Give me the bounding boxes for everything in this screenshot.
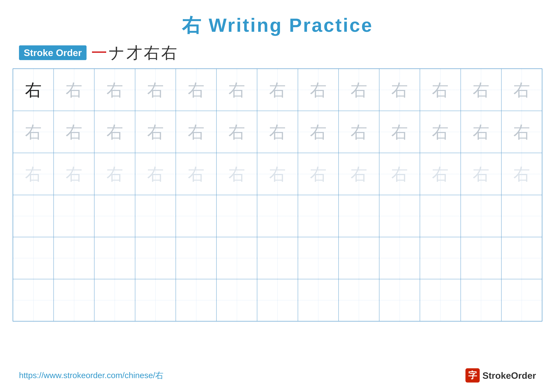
cell-character: 右 [66, 82, 82, 98]
grid-cell[interactable]: 右 [339, 111, 379, 153]
grid-cell[interactable]: 右 [461, 153, 501, 195]
grid-cell[interactable]: 右 [135, 153, 176, 195]
grid-cell[interactable]: 右 [420, 69, 460, 111]
grid-cell[interactable]: 右 [54, 153, 94, 195]
grid-cell[interactable] [379, 237, 420, 279]
grid-cell[interactable]: 右 [257, 153, 298, 195]
grid-cell[interactable] [135, 237, 176, 279]
cell-character: 右 [106, 82, 123, 98]
grid-cell[interactable] [379, 279, 420, 321]
grid-cell[interactable]: 右 [257, 69, 298, 111]
page-title: 右 Writing Practice [0, 0, 555, 45]
grid-cell[interactable]: 右 [461, 111, 501, 153]
grid-cell[interactable]: 右 [135, 111, 176, 153]
grid-cell[interactable] [176, 237, 216, 279]
grid-cell[interactable]: 右 [94, 69, 135, 111]
grid-cell[interactable]: 右 [257, 111, 298, 153]
grid-cell[interactable]: 右 [135, 69, 176, 111]
grid-cell[interactable] [420, 279, 460, 321]
stroke-5: 右 [161, 45, 177, 61]
grid-cell[interactable]: 右 [216, 111, 257, 153]
cell-character: 右 [391, 166, 408, 182]
grid-cell[interactable]: 右 [298, 69, 339, 111]
grid-cell[interactable] [216, 237, 257, 279]
grid-cell[interactable]: 右 [216, 69, 257, 111]
cell-character: 右 [513, 166, 530, 182]
grid-cell[interactable]: 右 [501, 69, 542, 111]
cell-character: 右 [351, 82, 367, 98]
grid-cell[interactable] [94, 195, 135, 237]
grid-cell[interactable]: 右 [216, 153, 257, 195]
grid-cell[interactable] [135, 195, 176, 237]
grid-cell[interactable]: 右 [379, 69, 420, 111]
grid-cell[interactable] [298, 237, 339, 279]
grid-cell[interactable]: 右 [298, 111, 339, 153]
grid-cell[interactable] [339, 279, 379, 321]
grid-cell[interactable]: 右 [420, 111, 460, 153]
grid-cell[interactable] [135, 279, 176, 321]
grid-cell[interactable] [257, 195, 298, 237]
grid-cell[interactable]: 右 [13, 111, 54, 153]
cell-character: 右 [310, 166, 327, 182]
cell-character: 右 [25, 124, 42, 140]
grid-cell[interactable]: 右 [13, 153, 54, 195]
grid-cell[interactable] [339, 195, 379, 237]
grid-cell[interactable]: 右 [339, 153, 379, 195]
grid-cell[interactable]: 右 [379, 153, 420, 195]
logo-icon: 字 [466, 368, 480, 383]
grid-cell[interactable] [420, 195, 460, 237]
grid-cell[interactable]: 右 [298, 153, 339, 195]
cell-character: 右 [228, 82, 245, 98]
grid-cell[interactable]: 右 [420, 153, 460, 195]
grid-cell[interactable] [54, 279, 94, 321]
grid-cell[interactable] [216, 279, 257, 321]
grid-cell[interactable]: 右 [501, 153, 542, 195]
grid-cell[interactable] [54, 195, 94, 237]
footer: https://www.strokeorder.com/chinese/右 字 … [0, 368, 555, 383]
stroke-sequence: 一 ナ 才 右 右 [91, 45, 177, 61]
grid-cell[interactable]: 右 [501, 111, 542, 153]
cell-character: 右 [106, 166, 123, 182]
cell-character: 右 [513, 82, 530, 98]
grid-cell[interactable] [176, 279, 216, 321]
grid-cell[interactable]: 右 [13, 69, 54, 111]
grid-cell[interactable] [339, 237, 379, 279]
cell-character: 右 [106, 124, 123, 140]
grid-cell[interactable]: 右 [379, 111, 420, 153]
grid-cell[interactable]: 右 [461, 69, 501, 111]
grid-cell[interactable] [501, 237, 542, 279]
grid-cell[interactable] [94, 237, 135, 279]
grid-cell[interactable] [13, 195, 54, 237]
grid-cell[interactable] [13, 237, 54, 279]
grid-cell[interactable] [176, 195, 216, 237]
grid-cell[interactable]: 右 [54, 69, 94, 111]
grid-cell[interactable] [420, 237, 460, 279]
grid-cell[interactable] [54, 237, 94, 279]
logo-text: StrokeOrder [482, 370, 536, 381]
stroke-4: 右 [144, 45, 160, 61]
grid-cell[interactable] [461, 279, 501, 321]
grid-cell[interactable] [13, 279, 54, 321]
grid-cell[interactable] [257, 279, 298, 321]
grid-cell[interactable] [461, 195, 501, 237]
grid-cell[interactable] [298, 279, 339, 321]
grid-cell[interactable]: 右 [94, 153, 135, 195]
grid-cell[interactable] [298, 195, 339, 237]
footer-url[interactable]: https://www.strokeorder.com/chinese/右 [19, 370, 163, 381]
grid-cell[interactable] [94, 279, 135, 321]
grid-cell[interactable] [257, 237, 298, 279]
stroke-order-badge: Stroke Order [19, 45, 87, 60]
grid-cell[interactable] [216, 195, 257, 237]
grid-cell[interactable]: 右 [176, 153, 216, 195]
grid-cell[interactable] [461, 237, 501, 279]
grid-cell[interactable]: 右 [176, 69, 216, 111]
grid-cell[interactable]: 右 [94, 111, 135, 153]
grid-cell[interactable]: 右 [54, 111, 94, 153]
cell-character: 右 [391, 82, 408, 98]
grid-cell[interactable]: 右 [339, 69, 379, 111]
grid-cell[interactable] [501, 195, 542, 237]
grid-cell[interactable]: 右 [176, 111, 216, 153]
cell-character: 右 [188, 82, 204, 98]
grid-cell[interactable] [379, 195, 420, 237]
grid-cell[interactable] [501, 279, 542, 321]
